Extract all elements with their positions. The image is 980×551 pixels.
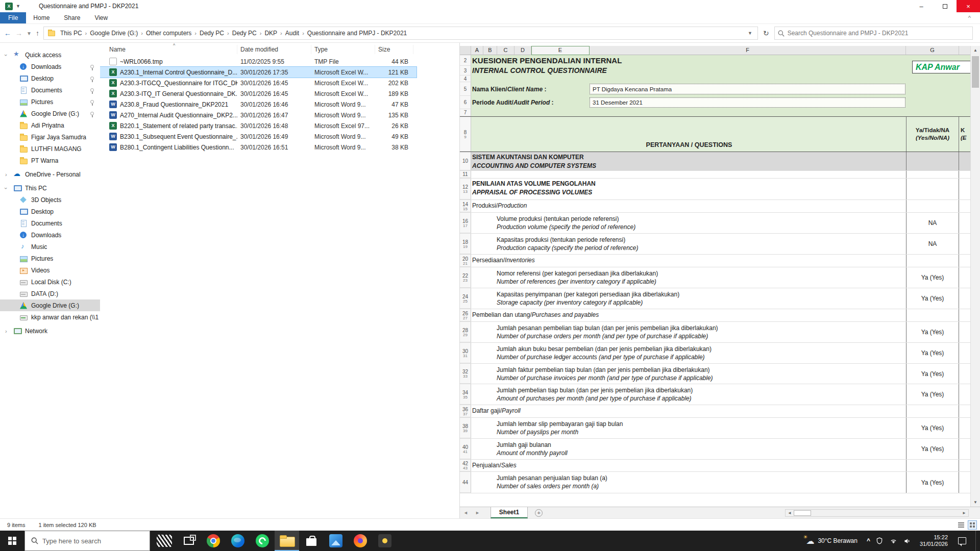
file-explorer-icon[interactable] bbox=[275, 531, 299, 551]
answer-cell-32[interactable]: Ya (Yes) bbox=[906, 364, 959, 384]
sheet-cell-12[interactable]: PENILAIAN ATAS VOLUME PENGOLAHANAPPRAISA… bbox=[471, 179, 906, 199]
sheet-cell-32[interactable]: Jumlah faktur pembelian tiap bulan (dan … bbox=[471, 364, 906, 384]
answer-cell-34[interactable]: Ya (Yes) bbox=[906, 384, 959, 405]
menu-share[interactable]: Share bbox=[57, 12, 87, 23]
row-number-36[interactable]: 3637 bbox=[460, 405, 471, 417]
breadcrumb-item-questionnaire-and-pmpj-dkp2021[interactable]: Questionnaire and PMPJ - DKP2021 bbox=[305, 30, 409, 37]
sheet-cell-11[interactable] bbox=[471, 171, 906, 178]
sheet-cell-30[interactable]: Jumlah akun buku besar pembelian (dan pe… bbox=[471, 343, 906, 363]
answer-cell-30[interactable]: Ya (Yes) bbox=[906, 343, 959, 363]
sidebar-section-this-pc[interactable]: ›This PC bbox=[0, 182, 100, 194]
answer-cell-5[interactable] bbox=[906, 82, 959, 96]
answer-cell-26[interactable] bbox=[906, 309, 959, 321]
menu-file[interactable]: File bbox=[0, 12, 26, 23]
answer-cell-12[interactable] bbox=[906, 179, 959, 199]
answer-cell-14[interactable] bbox=[906, 200, 959, 212]
expander-chevron-icon[interactable]: › bbox=[3, 187, 9, 189]
column-header-b[interactable]: B bbox=[483, 46, 497, 55]
select-all-corner[interactable] bbox=[460, 46, 471, 55]
menu-home[interactable]: Home bbox=[26, 12, 57, 23]
sidebar-item-pt-warna[interactable]: PT Warna bbox=[0, 155, 100, 166]
sidebar-item-desktop[interactable]: Desktop bbox=[0, 206, 100, 217]
row-number-22[interactable]: 2223 bbox=[460, 267, 471, 288]
scroll-right-icon[interactable]: ► bbox=[960, 511, 968, 515]
sidebar-item-kkp-anwar-dan-rekan-1[interactable]: kkp anwar dan rekan (\\1 bbox=[0, 311, 100, 323]
answer-cell-44[interactable]: Ya (Yes) bbox=[906, 472, 959, 493]
row-number-12[interactable]: 1213 bbox=[460, 179, 471, 199]
row-number-20[interactable]: 2021 bbox=[460, 255, 471, 267]
sheet-nav-right-icon[interactable]: ► bbox=[472, 510, 483, 515]
sidebar-section-onedrive-personal[interactable]: ›OneDrive - Personal bbox=[0, 168, 100, 180]
sidebar-item-pictures[interactable]: Pictures bbox=[0, 96, 100, 108]
answer-cell-18[interactable]: NA bbox=[906, 234, 959, 254]
ribbon-collapse-icon[interactable]: ^ bbox=[968, 12, 971, 23]
column-header-date-modified[interactable]: Date modified bbox=[237, 45, 311, 54]
whatsapp-icon[interactable] bbox=[250, 531, 275, 551]
answer-cell-28[interactable]: Ya (Yes) bbox=[906, 322, 959, 342]
column-header-g[interactable]: G bbox=[906, 46, 959, 55]
sidebar-item-documents[interactable]: Documents bbox=[0, 217, 100, 229]
row-number-30[interactable]: 3031 bbox=[460, 343, 471, 363]
sidebar-item-pictures[interactable]: Pictures bbox=[0, 253, 100, 264]
file-row-b220-1-statement-of-related-party-transac[interactable]: XB220.1_Statement of related party trans… bbox=[100, 120, 416, 131]
horizontal-scroll-thumb[interactable] bbox=[794, 510, 811, 516]
row-number-16[interactable]: 1617 bbox=[460, 213, 471, 233]
chrome-icon[interactable] bbox=[201, 531, 226, 551]
address-dropdown-chevron-icon[interactable]: ▼ bbox=[748, 31, 755, 36]
sidebar-item-videos[interactable]: Videos bbox=[0, 264, 100, 276]
taskbar-search-input[interactable]: Type here to search bbox=[24, 531, 150, 551]
answer-cell-40[interactable]: Ya (Yes) bbox=[906, 439, 959, 459]
sheet-cell-24[interactable]: Kapasitas penyimpanan (per kategori pers… bbox=[471, 288, 906, 309]
close-button[interactable]: × bbox=[957, 0, 980, 12]
horizontal-scrollbar[interactable]: ◄ ► bbox=[785, 509, 969, 517]
row-number-38[interactable]: 3839 bbox=[460, 418, 471, 438]
large-icons-view-icon[interactable] bbox=[968, 520, 977, 530]
breadcrumb-item-dedy-pc[interactable]: Dedy PC bbox=[198, 30, 226, 37]
scroll-up-icon[interactable]: ▲ bbox=[971, 46, 980, 55]
sheet-cell-42[interactable]: Penjualan/Sales bbox=[471, 460, 906, 471]
row-number-6[interactable]: 6 bbox=[460, 96, 471, 109]
sidebar-section-network[interactable]: ›Network bbox=[0, 325, 100, 337]
row-number-2[interactable]: 2 bbox=[460, 55, 471, 66]
sheet-cell-38[interactable]: Jumlah lembar slip pembayaran gaji tiap … bbox=[471, 418, 906, 438]
column-header-d[interactable]: D bbox=[514, 46, 531, 55]
add-sheet-icon[interactable]: + bbox=[535, 509, 543, 517]
row-number-28[interactable]: 2829 bbox=[460, 322, 471, 342]
sheet-cell-2[interactable]: KUESIONER PENGENDALIAN INTERNAL bbox=[471, 55, 906, 66]
row-number-10[interactable]: 10 bbox=[460, 152, 471, 170]
file-row-b280-1-contingent-liabilities-questionn[interactable]: WB280.1_Contingent Liabilities Questionn… bbox=[100, 142, 416, 153]
answer-cell-36[interactable] bbox=[906, 405, 959, 417]
sheet-cell-34[interactable]: Jumlah pembelian tiap bulan (dan per jen… bbox=[471, 384, 906, 405]
breadcrumb-item-audit[interactable]: Audit bbox=[283, 30, 301, 37]
recent-locations-chevron-icon[interactable]: ▼ bbox=[27, 31, 32, 36]
microsoft-store-icon[interactable] bbox=[299, 531, 324, 551]
answer-cell-22[interactable]: Ya (Yes) bbox=[906, 267, 959, 288]
row-number-24[interactable]: 2425 bbox=[460, 288, 471, 309]
shield-tray-icon[interactable] bbox=[875, 537, 884, 545]
row-number-14[interactable]: 1415 bbox=[460, 200, 471, 212]
row-number-11[interactable]: 11 bbox=[460, 171, 471, 178]
sheet-cell-6[interactable]: Periode Audit/Audit Period :31 Desember … bbox=[471, 96, 906, 109]
refresh-icon[interactable]: ↻ bbox=[763, 29, 769, 37]
sheet-cell-4[interactable] bbox=[471, 76, 906, 82]
field-value-box[interactable]: 31 Desember 2021 bbox=[590, 97, 905, 108]
expander-chevron-icon[interactable]: › bbox=[5, 328, 7, 334]
network-icon[interactable] bbox=[889, 537, 898, 545]
firefox-icon[interactable] bbox=[348, 531, 373, 551]
sidebar-item-local-disk-c[interactable]: Local Disk (C:) bbox=[0, 276, 100, 288]
sidebar-item-3d-objects[interactable]: 3D Objects bbox=[0, 194, 100, 206]
sheet-cell-20[interactable]: Persediaan/Inventories bbox=[471, 255, 906, 267]
sidebar-item-luthfi-magang[interactable]: LUTHFI MAGANG bbox=[0, 143, 100, 155]
sidebar-item-google-drive-g[interactable]: Google Drive (G:) bbox=[0, 108, 100, 119]
answer-cell-38[interactable]: Ya (Yes) bbox=[906, 418, 959, 438]
taskbar-clock[interactable]: 15:22 31/01/2026 bbox=[917, 534, 948, 547]
details-view-icon[interactable] bbox=[957, 520, 966, 530]
answer-cell-42[interactable] bbox=[906, 460, 959, 471]
vertical-scrollbar[interactable]: ▲ ▼ bbox=[970, 46, 980, 507]
expander-chevron-icon[interactable]: › bbox=[5, 171, 7, 178]
sheet-cell-14[interactable]: Produksi/Production bbox=[471, 200, 906, 212]
column-header-a[interactable]: A bbox=[471, 46, 483, 55]
sidebar-item-data-d[interactable]: DATA (D:) bbox=[0, 288, 100, 299]
sheet-cell-44[interactable]: Jumlah pesanan penjualan tiap bulan (a)N… bbox=[471, 472, 906, 493]
sheet-nav-left-icon[interactable]: ◄ bbox=[460, 510, 472, 515]
